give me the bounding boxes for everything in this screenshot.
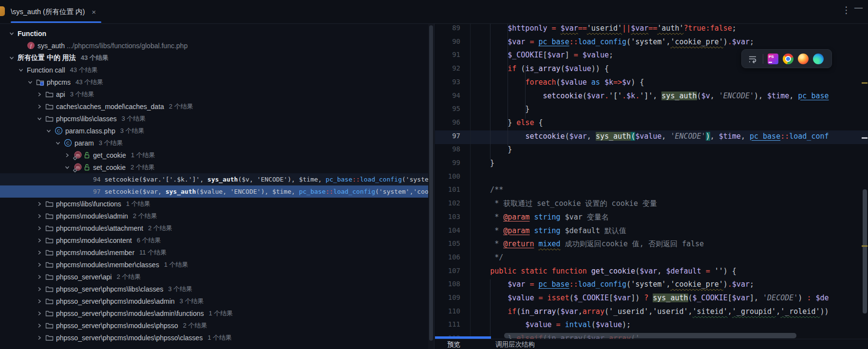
tree-row[interactable]: phpsso_server\phpcms\modules\phpsso\clas…: [0, 331, 428, 344]
close-icon[interactable]: ×: [92, 8, 96, 16]
more-options-icon[interactable]: ⋮: [842, 4, 851, 16]
folder-icon: [45, 333, 54, 342]
tree-row-label: sys_auth: [38, 42, 65, 50]
code-segment: =>: [613, 78, 622, 87]
code-segment: [472, 78, 525, 87]
tree-row[interactable]: mget_cookie1 个结果: [0, 149, 428, 161]
tree-row[interactable]: phpsso_server\phpcms\libs\classes3 个结果: [0, 283, 428, 295]
phpstorm-icon[interactable]: PS: [768, 54, 778, 64]
tree-row[interactable]: api3 个结果: [0, 88, 428, 100]
code-segment: .: [622, 92, 626, 100]
code-segment: (: [697, 92, 701, 100]
code-segment: $default: [565, 226, 600, 235]
tree-row[interactable]: phpcms\modules\content6 个结果: [0, 234, 428, 246]
code-segment: @param: [503, 226, 529, 235]
usage-row-selected[interactable]: 97 setcookie($var, sys_auth($value, 'ENC…: [0, 185, 428, 198]
chevron-down-icon[interactable]: [55, 140, 61, 146]
tree-row[interactable]: fsys_auth .../phpcms/libs/functions/glob…: [0, 39, 428, 52]
chevron-right-icon[interactable]: [37, 311, 42, 316]
chevron-right-icon[interactable]: [64, 152, 70, 158]
tree-row[interactable]: phpcms\modules\attachment2 个结果: [0, 222, 428, 234]
chevron-right-icon[interactable]: [37, 323, 42, 329]
chevron-down-icon[interactable]: [9, 31, 15, 37]
minimize-icon[interactable]: —: [854, 3, 863, 13]
chevron-right-icon[interactable]: [37, 298, 42, 304]
code-segment: =: [706, 267, 710, 276]
chevron-right-icon[interactable]: [37, 238, 42, 243]
line-number: 92: [435, 64, 460, 72]
error-stripe-mark[interactable]: [862, 245, 868, 247]
code-segment: $v: [622, 78, 631, 87]
tree-row[interactable]: Cparam3 个结果: [0, 137, 428, 149]
result-count: 11 个结果: [139, 248, 167, 257]
line-number: 93: [435, 78, 460, 86]
tree-row[interactable]: phpcms\modules\member11 个结果: [0, 246, 428, 258]
chevron-right-icon[interactable]: [37, 225, 42, 231]
tree-row[interactable]: phpcms\libs\functions1 个结果: [0, 198, 428, 210]
chevron-right-icon[interactable]: [37, 201, 42, 207]
vertical-scrollbar[interactable]: [863, 189, 867, 313]
soft-wrap-icon[interactable]: [748, 55, 758, 63]
error-stripe-mark[interactable]: [862, 137, 868, 139]
tab-call-hierarchy[interactable]: 调用层次结构: [495, 340, 535, 349]
tree-row[interactable]: phpsso_server\phpcms\modules\admin\funct…: [0, 307, 428, 319]
code-segment: [472, 280, 508, 289]
chevron-down-icon[interactable]: [37, 116, 42, 122]
tree-row[interactable]: phpsso_server\api2 个结果: [0, 271, 428, 283]
search-result-tab[interactable]: \sys_auth (所有位置 内) ×: [11, 0, 96, 23]
tree-row[interactable]: Cparam.class.php3 个结果: [0, 125, 428, 137]
tree-row[interactable]: phpsso_server\phpcms\modules\admin3 个结果: [0, 295, 428, 307]
tree-row[interactable]: caches\caches_model\caches_data2 个结果: [0, 100, 428, 112]
result-count: 2 个结果: [148, 224, 172, 233]
chevron-right-icon[interactable]: [37, 274, 42, 280]
tree-row[interactable]: phpcms43 个结果: [0, 76, 428, 88]
code-segment: setcookie: [525, 132, 565, 141]
code-segment: (: [569, 294, 574, 302]
tree-row[interactable]: Function call43 个结果: [0, 64, 428, 76]
edge-icon[interactable]: [813, 54, 824, 64]
tree-row[interactable]: phpcms\modules\member\classes1 个结果: [0, 258, 428, 271]
chevron-down-icon[interactable]: [64, 165, 70, 170]
code-segment: * 获取通过 set_cookie 设置的 cookie 变量: [472, 199, 657, 208]
tree-row[interactable]: phpcms\modules\admin2 个结果: [0, 210, 428, 222]
line-number: 91: [435, 51, 460, 58]
code-segment: $value: [561, 78, 587, 87]
panel-splitter[interactable]: [434, 24, 434, 349]
code-segment: $var: [732, 37, 750, 46]
tree-row[interactable]: phpsso_server\phpcms\modules\phpsso2 个结果: [0, 319, 428, 331]
firefox-icon[interactable]: [798, 54, 809, 64]
chevron-down-icon[interactable]: [9, 55, 15, 61]
chevron-down-icon[interactable]: [46, 128, 52, 134]
chevron-right-icon[interactable]: [37, 104, 42, 110]
tree-row-label: phpcms\modules\member: [56, 249, 134, 257]
line-number: 105: [435, 239, 460, 247]
code-segment: (: [561, 64, 565, 73]
chevron-right-icon[interactable]: [37, 213, 42, 219]
error-stripe-mark[interactable]: [862, 82, 868, 84]
code-segment: setcookie($var,: [104, 188, 165, 195]
code-segment: 97: [93, 188, 104, 195]
chevron-right-icon[interactable]: [37, 92, 42, 97]
tab-preview[interactable]: 预览: [447, 340, 460, 349]
tree-row[interactable]: Function: [0, 27, 428, 39]
code-segment: else: [516, 118, 534, 127]
usage-row[interactable]: 94 setcookie($var.'['.$k.']', sys_auth($…: [0, 173, 428, 185]
code-segment: $var: [631, 24, 648, 33]
code-segment: [701, 267, 706, 276]
result-count: 43 个结果: [81, 54, 109, 62]
tree-scrollbar[interactable]: [428, 24, 434, 349]
horizontal-scrollbar[interactable]: [504, 333, 796, 338]
chevron-right-icon[interactable]: [37, 262, 42, 268]
chrome-icon[interactable]: [783, 54, 793, 64]
class-icon: C: [55, 127, 63, 135]
tree-row[interactable]: phpcms\libs\classes3 个结果: [0, 112, 428, 125]
tree-row[interactable]: 所有位置 中的 用法43 个结果: [0, 52, 428, 64]
tree-row[interactable]: mset_cookie2 个结果: [0, 161, 428, 173]
code-segment: (: [631, 132, 635, 141]
chevron-right-icon[interactable]: [37, 335, 42, 341]
chevron-down-icon[interactable]: [18, 67, 24, 73]
code-preview-editor[interactable]: 89 $httponly = $var=='userid'||$var=='au…: [435, 24, 868, 339]
chevron-right-icon[interactable]: [37, 286, 42, 292]
chevron-right-icon[interactable]: [37, 250, 42, 256]
chevron-down-icon[interactable]: [27, 79, 33, 85]
